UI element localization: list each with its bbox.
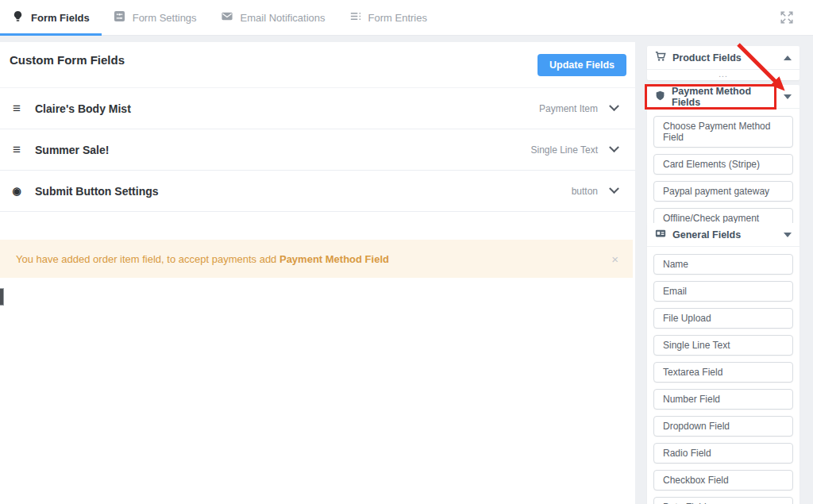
shield-icon bbox=[655, 90, 665, 104]
update-fields-button[interactable]: Update Fields bbox=[538, 54, 626, 76]
field-button-dropdown[interactable]: Dropdown Field bbox=[653, 416, 793, 437]
chevron-down-icon[interactable] bbox=[609, 183, 619, 194]
tab-form-settings[interactable]: Form Settings bbox=[102, 0, 209, 35]
field-button-file-upload[interactable]: File Upload bbox=[653, 308, 793, 329]
tab-label: Form Fields bbox=[31, 12, 90, 24]
field-rows: ≡ Claire's Body Mist Payment Item ≡ Summ… bbox=[0, 87, 635, 212]
general-fields-panel: General Fields Name Email File Upload Si… bbox=[647, 223, 800, 504]
form-editor-panel: Custom Form Fields Update Fields ≡ Clair… bbox=[0, 42, 635, 504]
tab-email-notifications[interactable]: Email Notifications bbox=[209, 0, 337, 35]
left-drawer-handle[interactable] bbox=[0, 288, 4, 306]
notice-text: You have added order item field, to acce… bbox=[16, 253, 389, 265]
field-row-claires-body-mist[interactable]: ≡ Claire's Body Mist Payment Item bbox=[0, 88, 635, 129]
panel-title: Product Fields bbox=[672, 52, 777, 63]
product-fields-panel: Product Fields ... bbox=[647, 46, 800, 80]
field-button-textarea[interactable]: Textarea Field bbox=[653, 362, 793, 383]
field-button-choose-payment-method[interactable]: Choose Payment Method Field bbox=[653, 116, 793, 148]
field-button-email[interactable]: Email bbox=[653, 281, 793, 302]
field-row-label: Claire's Body Mist bbox=[35, 102, 131, 115]
cart-icon bbox=[655, 51, 666, 65]
page-title: Custom Form Fields bbox=[10, 53, 125, 67]
collapse-down-icon bbox=[784, 94, 792, 99]
general-fields-header[interactable]: General Fields bbox=[647, 223, 800, 247]
notice-text-highlight: Payment Method Field bbox=[279, 253, 389, 265]
drag-handle-icon[interactable]: ≡ bbox=[8, 101, 25, 117]
tab-label: Email Notifications bbox=[241, 12, 326, 24]
id-card-icon bbox=[655, 228, 666, 242]
close-icon[interactable]: × bbox=[611, 252, 618, 266]
tab-label: Form Settings bbox=[133, 12, 197, 24]
envelope-icon bbox=[221, 10, 233, 25]
field-button-card-elements-stripe[interactable]: Card Elements (Stripe) bbox=[653, 154, 793, 175]
lightbulb-icon bbox=[12, 10, 24, 25]
tab-form-fields[interactable]: Form Fields bbox=[0, 0, 102, 35]
field-button-paypal-gateway[interactable]: Paypal payment gateway bbox=[653, 181, 793, 202]
field-type-label: button bbox=[572, 186, 598, 197]
payment-notice-bar: You have added order item field, to acce… bbox=[0, 240, 633, 278]
collapse-up-icon bbox=[784, 56, 792, 60]
field-row-label: Submit Button Settings bbox=[35, 185, 159, 198]
top-tab-bar: Form Fields Form Settings Email Notifica… bbox=[0, 0, 813, 36]
settings-icon bbox=[114, 10, 125, 25]
tab-label: Form Entries bbox=[368, 12, 427, 24]
collapsed-panel-ellipsis: ... bbox=[647, 70, 800, 80]
field-type-label: Single Line Text bbox=[530, 144, 598, 156]
field-row-summer-sale[interactable]: ≡ Summer Sale! Single Line Text bbox=[0, 129, 635, 171]
radio-button-icon: ◉ bbox=[8, 185, 25, 197]
product-fields-header[interactable]: Product Fields bbox=[647, 46, 800, 70]
collapse-down-icon bbox=[784, 233, 792, 237]
chevron-down-icon[interactable] bbox=[609, 101, 619, 111]
field-row-label: Summer Sale! bbox=[35, 144, 109, 156]
notice-text-plain: You have added order item field, to acce… bbox=[16, 253, 279, 265]
field-row-submit-button-settings[interactable]: ◉ Submit Button Settings button bbox=[0, 171, 635, 212]
tab-form-entries[interactable]: Form Entries bbox=[337, 0, 439, 35]
field-button-single-line-text[interactable]: Single Line Text bbox=[653, 335, 793, 356]
chevron-down-icon[interactable] bbox=[609, 142, 619, 152]
field-button-radio[interactable]: Radio Field bbox=[653, 443, 793, 464]
field-button-number[interactable]: Number Field bbox=[653, 389, 793, 410]
panel-title: General Fields bbox=[672, 229, 777, 240]
entries-list-icon bbox=[349, 10, 361, 25]
topbar-spacer bbox=[439, 0, 780, 35]
field-button-name[interactable]: Name bbox=[653, 254, 793, 275]
panel-title: Payment Method Fields bbox=[672, 86, 777, 108]
payment-method-fields-panel: Payment Method Fields Choose Payment Met… bbox=[647, 85, 800, 244]
field-button-date[interactable]: Date Field bbox=[653, 497, 793, 504]
general-fields-body: Name Email File Upload Single Line Text … bbox=[647, 247, 800, 504]
field-type-label: Payment Item bbox=[539, 103, 598, 114]
field-button-checkbox[interactable]: Checkbox Field bbox=[653, 470, 793, 491]
fullscreen-expand-icon[interactable] bbox=[780, 0, 813, 35]
payment-method-fields-header[interactable]: Payment Method Fields bbox=[647, 85, 800, 109]
drag-handle-icon[interactable]: ≡ bbox=[8, 142, 25, 158]
